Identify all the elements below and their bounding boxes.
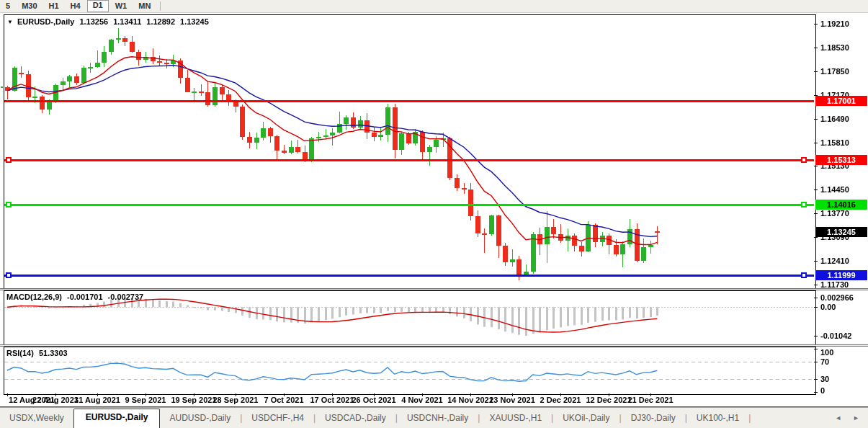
price-axis-label: 1.15810: [820, 138, 849, 147]
current-price-badge: 1.13245: [815, 227, 867, 237]
timeframe-toolbar: 5M30H1H4D1W1MN: [0, 0, 868, 13]
chart-tab-dj30-daily[interactable]: DJ30-,Daily: [622, 410, 685, 428]
panel-splitter[interactable]: [0, 344, 868, 347]
rsi-value: 51.3303: [39, 349, 68, 357]
chart-tab-uk100-h1[interactable]: UK100-,H1: [687, 410, 748, 428]
symbol-dropdown-icon[interactable]: ▼: [7, 19, 13, 25]
macd-value-main: -0.001701: [67, 293, 103, 301]
date-axis-label: 21 Dec 2021: [620, 396, 681, 404]
price-axis-label: 1.16490: [820, 115, 849, 123]
price-level-badge-1.14016: 1.14016: [815, 200, 867, 210]
chart-tab-xauusd-h1[interactable]: XAUUSD-,H1: [480, 410, 551, 428]
rsi-axis-label: 70: [820, 357, 829, 366]
price-level-badge-1.17001: 1.17001: [815, 96, 867, 106]
line-anchor-marker[interactable]: [801, 157, 807, 163]
timeframe-button-w1[interactable]: W1: [110, 1, 133, 12]
horizontal-level-line-1.15313[interactable]: [4, 159, 814, 161]
ohlc-open: 1.13256: [79, 17, 108, 26]
timeframe-button-5[interactable]: 5: [1, 1, 15, 12]
line-anchor-marker[interactable]: [6, 272, 12, 278]
macd-axis-label: -0.01042: [820, 331, 851, 340]
chart-tab-usdx-weekly[interactable]: USDX,Weekly: [0, 410, 73, 428]
chart-tab-usdcad-daily[interactable]: USDCAD-,Daily: [316, 410, 395, 428]
chart-tab-eurusd-daily[interactable]: EURUSD-,Daily: [73, 409, 161, 428]
horizontal-level-line-1.14016[interactable]: [4, 204, 814, 206]
chart-tab-ukoil-daily[interactable]: UKOil-,Daily: [553, 410, 619, 428]
symbol-label: EURUSD-,Daily: [17, 17, 74, 26]
macd-title: MACD(12,26,9) -0.001701 -0.002737: [6, 293, 143, 301]
price-axis-label: 1.19210: [820, 19, 849, 28]
horizontal-level-line-1.17001[interactable]: [4, 100, 814, 102]
price-axis-label: 1.14450: [820, 185, 849, 194]
line-anchor-marker[interactable]: [801, 272, 807, 278]
macd-axis-label: 0.00: [820, 303, 836, 311]
tab-scroll-left-icon[interactable]: ◄: [835, 414, 841, 422]
panel-splitter[interactable]: [0, 288, 868, 290]
timeframe-button-mn[interactable]: MN: [133, 1, 156, 12]
rsi-title: RSI(14) 51.3303: [6, 349, 68, 357]
symbol-tab-bar: USDX,WeeklyEURUSD-,DailyAUDUSD-,Daily|US…: [0, 407, 868, 428]
rsi-axis-label: 100: [820, 348, 833, 357]
macd-axis-label: 0.002966: [820, 293, 854, 302]
tab-separator: |: [748, 413, 751, 428]
line-anchor-marker[interactable]: [6, 157, 12, 163]
line-anchor-marker[interactable]: [801, 202, 807, 208]
chart-tab-usdchf-h4[interactable]: USDCHF-,H4: [242, 410, 313, 428]
mt4-window: { "toolbar": { "timeframes": [ {"label":…: [0, 0, 868, 428]
price-level-badge-1.15313: 1.15313: [815, 155, 867, 165]
price-chart-canvas[interactable]: [0, 0, 868, 428]
macd-label: MACD(12,26,9): [6, 293, 62, 301]
price-level-badge-1.11999: 1.11999: [815, 270, 867, 280]
rsi-axis-label: 0: [820, 386, 825, 395]
chart-title: ▼ EURUSD-,Daily 1.13256 1.13411 1.12892 …: [7, 17, 209, 26]
macd-value-signal: -0.002737: [108, 293, 144, 301]
timeframe-button-h1[interactable]: H1: [44, 1, 64, 12]
price-axis-label: 1.18530: [820, 43, 849, 52]
tab-scroll-right-icon[interactable]: ►: [853, 414, 859, 422]
price-axis-label: 1.12410: [820, 257, 849, 265]
horizontal-level-line-1.11999[interactable]: [4, 275, 814, 277]
tab-scroll-arrows: ◄►: [835, 414, 868, 428]
timeframe-button-m30[interactable]: M30: [17, 1, 42, 12]
chart-tab-usdcnh-daily[interactable]: USDCNH-,Daily: [398, 410, 478, 428]
rsi-axis-label: 30: [820, 375, 829, 383]
rsi-label: RSI(14): [6, 349, 34, 357]
line-anchor-marker[interactable]: [6, 202, 12, 208]
price-axis-label: 1.13770: [820, 209, 849, 218]
ohlc-low: 1.12892: [146, 17, 175, 26]
timeframe-button-d1[interactable]: D1: [87, 0, 109, 12]
toolbar-separator: [160, 1, 161, 11]
ohlc-close: 1.13245: [180, 17, 209, 26]
ohlc-high: 1.13411: [113, 17, 141, 26]
price-axis-label: 1.17850: [820, 67, 849, 76]
timeframe-button-h4[interactable]: H4: [66, 1, 86, 12]
chart-tab-audusd-daily[interactable]: AUDUSD-,Daily: [160, 410, 240, 428]
